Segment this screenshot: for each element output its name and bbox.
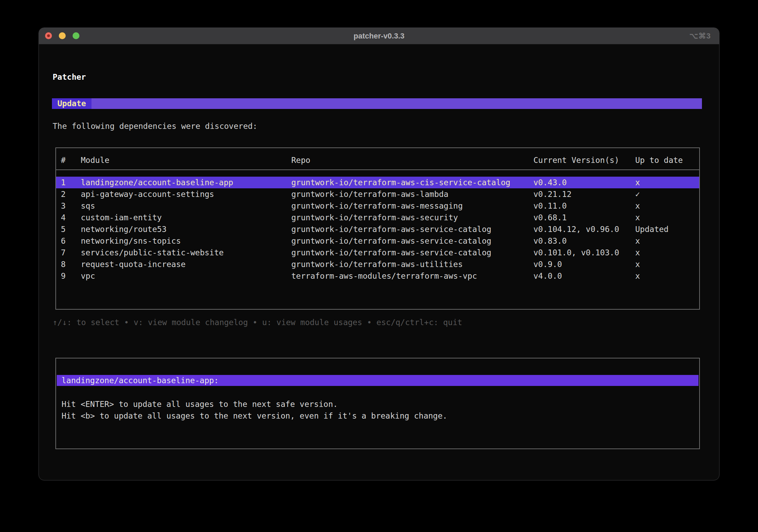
table-row[interactable]: 3sqsgruntwork-io/terraform-aws-messaging…	[56, 200, 699, 212]
row-status: x	[635, 270, 640, 282]
row-module: sqs	[81, 200, 95, 212]
row-module: vpc	[81, 270, 95, 282]
minimize-button[interactable]	[59, 32, 66, 39]
dependency-table-header: # Module Repo Current Version(s) Up to d…	[56, 148, 699, 170]
row-versions: v0.21.12	[533, 188, 572, 200]
row-status: x	[635, 247, 640, 258]
window-shortcut-hint: ⌥⌘3	[689, 28, 711, 44]
dependency-table: # Module Repo Current Version(s) Up to d…	[55, 147, 700, 310]
row-versions: v0.83.0	[533, 235, 567, 247]
window-title: patcher-v0.3.3	[354, 32, 404, 41]
table-row[interactable]: 6networking/sns-topicsgruntwork-io/terra…	[56, 235, 699, 247]
row-versions: v0.9.0	[533, 258, 562, 270]
row-module: networking/sns-topics	[81, 235, 181, 247]
table-row[interactable]: 4custom-iam-entitygruntwork-io/terraform…	[56, 212, 699, 223]
row-repo: gruntwork-io/terraform-aws-service-catal…	[291, 235, 491, 247]
selected-module-highlight: landingzone/account-baseline-app:	[57, 375, 699, 386]
table-row[interactable]: 7services/public-static-websitegruntwork…	[56, 247, 699, 258]
row-module: custom-iam-entity	[81, 212, 162, 223]
row-versions: v0.11.0	[533, 200, 567, 212]
row-versions: v0.68.1	[533, 212, 567, 223]
row-repo: gruntwork-io/terraform-aws-service-catal…	[291, 247, 491, 258]
table-row[interactable]: 1landingzone/account-baseline-appgruntwo…	[56, 177, 699, 188]
row-module: api-gateway-account-settings	[81, 188, 214, 200]
close-button[interactable]	[45, 32, 52, 39]
row-status: x	[635, 235, 640, 247]
row-repo: gruntwork-io/terraform-aws-security	[291, 212, 458, 223]
row-number: 9	[61, 270, 66, 282]
row-number: 2	[61, 188, 66, 200]
header-module: Module	[81, 156, 109, 164]
row-versions: v4.0.0	[533, 270, 562, 282]
title-bar: patcher-v0.3.3 ⌥⌘3	[39, 28, 719, 44]
traffic-lights	[45, 32, 79, 39]
row-module: request-quota-increase	[81, 258, 186, 270]
row-number: 7	[61, 247, 66, 258]
terminal-window: patcher-v0.3.3 ⌥⌘3 Patcher Update The fo…	[39, 27, 719, 480]
dependency-table-body: 1landingzone/account-baseline-appgruntwo…	[56, 170, 699, 282]
keybinding-help: ↑/↓: to select • v: view module changelo…	[53, 317, 462, 328]
table-row[interactable]: 9vpcterraform-aws-modules/terraform-aws-…	[56, 270, 699, 282]
table-row[interactable]: 8request-quota-increasegruntwork-io/terr…	[56, 258, 699, 270]
zoom-button[interactable]	[73, 32, 79, 39]
header-up-to-date: Up to date	[635, 156, 683, 164]
row-repo: gruntwork-io/terraform-aws-messaging	[291, 200, 463, 212]
row-status: Updated	[635, 223, 669, 235]
row-status: x	[635, 212, 640, 223]
row-versions: v0.104.12, v0.96.0	[533, 223, 619, 235]
row-module: landingzone/account-baseline-app	[81, 177, 233, 188]
row-number: 3	[61, 200, 66, 212]
row-status: x	[635, 258, 640, 270]
tab-bar: Update	[52, 98, 702, 109]
row-repo: gruntwork-io/terraform-aws-service-catal…	[291, 223, 491, 235]
detail-line: Hit <b> to update all usages to the next…	[62, 410, 699, 422]
table-row[interactable]: 5networking/route53gruntwork-io/terrafor…	[56, 223, 699, 235]
row-versions: v0.101.0, v0.103.0	[533, 247, 619, 258]
row-number: 5	[61, 223, 66, 235]
header-number: #	[61, 156, 66, 164]
row-number: 8	[61, 258, 66, 270]
row-module: services/public-static-website	[81, 247, 224, 258]
row-number: 4	[61, 212, 66, 223]
terminal-content: Patcher Update The following dependencie…	[39, 44, 719, 480]
page-title: Patcher	[53, 71, 86, 83]
table-row[interactable]: 2api-gateway-account-settingsgruntwork-i…	[56, 188, 699, 200]
row-module: networking/route53	[81, 223, 166, 235]
detail-lines: Hit <ENTER> to update all usages to the …	[56, 398, 699, 422]
detail-line: Hit <ENTER> to update all usages to the …	[62, 398, 699, 410]
row-status: x	[635, 200, 640, 212]
row-repo: gruntwork-io/terraform-aws-cis-service-c…	[291, 177, 510, 188]
detail-panel: landingzone/account-baseline-app: Hit <E…	[55, 358, 700, 449]
row-status: x	[635, 177, 640, 188]
intro-text: The following dependencies were discover…	[53, 120, 257, 132]
row-repo: gruntwork-io/terraform-aws-utilities	[291, 258, 463, 270]
row-repo: terraform-aws-modules/terraform-aws-vpc	[291, 270, 477, 282]
header-repo: Repo	[291, 156, 310, 164]
row-repo: gruntwork-io/terraform-aws-lambda	[291, 188, 448, 200]
row-number: 1	[61, 177, 66, 188]
row-status: ✓	[635, 188, 640, 200]
row-number: 6	[61, 235, 66, 247]
tab-update[interactable]: Update	[52, 98, 91, 109]
header-current-versions: Current Version(s)	[533, 156, 619, 164]
row-versions: v0.43.0	[533, 177, 567, 188]
